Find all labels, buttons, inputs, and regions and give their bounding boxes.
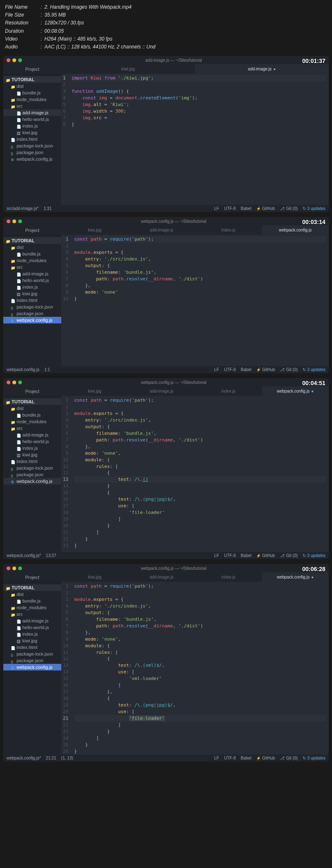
status-path[interactable]: webpack.config.js*	[7, 756, 41, 760]
tree-file[interactable]: hello-world.js	[3, 277, 61, 284]
status-github[interactable]: GitHub	[256, 206, 275, 211]
tree-file[interactable]: kiwi.jpg	[3, 290, 61, 297]
titlebar[interactable]: add-image.js — ~/Sites/tutorial	[3, 56, 329, 64]
status-encoding[interactable]: UTF-8	[224, 553, 236, 558]
traffic-lights[interactable]	[7, 381, 22, 384]
file-tree[interactable]: TUTORIAL dist bundle.js node_modules src…	[3, 397, 61, 552]
code-editor[interactable]: 1234567891011121314151617181920212223242…	[61, 582, 329, 755]
status-updates[interactable]: ↻ 3 updates	[303, 756, 325, 760]
tab-index[interactable]: index.js	[195, 386, 262, 396]
tree-file[interactable]: index.js	[3, 284, 61, 290]
tree-file[interactable]: index.html	[3, 644, 61, 651]
status-encoding[interactable]: UTF-8	[224, 367, 236, 372]
tab-webpack[interactable]: webpack.config.js	[262, 225, 329, 235]
tree-folder[interactable]: node_modules	[3, 418, 61, 425]
status-selection[interactable]: (1, 13)	[61, 756, 73, 760]
status-lf[interactable]: LF	[214, 553, 219, 558]
project-sidebar[interactable]: Project TUTORIAL dist bundle.js node_mod…	[3, 64, 61, 205]
maximize-icon[interactable]	[18, 58, 22, 62]
tab-webpack[interactable]: webpack.config.js●	[262, 572, 329, 582]
traffic-lights[interactable]	[7, 567, 22, 570]
tab-index[interactable]: index.js	[195, 225, 262, 235]
status-github[interactable]: GitHub	[256, 367, 275, 372]
tree-file[interactable]: kiwi.jpg	[3, 451, 61, 458]
maximize-icon[interactable]	[18, 567, 22, 570]
status-git[interactable]: ⎇ Git (0)	[280, 553, 298, 558]
editor-tabs[interactable]: kiwi.jpg add-image.js index.js webpack.c…	[61, 572, 329, 582]
tree-file[interactable]: bundle.js	[3, 89, 61, 96]
tree-folder[interactable]: node_modules	[3, 604, 61, 611]
status-encoding[interactable]: UTF-8	[224, 756, 236, 760]
tree-file-selected[interactable]: webpack.config.js	[3, 317, 61, 323]
status-position[interactable]: 1:31	[43, 206, 51, 211]
status-updates[interactable]: ↻ 3 updates	[303, 553, 325, 558]
tree-root[interactable]: TUTORIAL	[3, 584, 61, 591]
minimize-icon[interactable]	[12, 381, 16, 384]
status-bar[interactable]: src/add-image.js* 1:31 LF UTF-8 Babel Gi…	[3, 205, 329, 212]
project-sidebar[interactable]: Project TUTORIAL dist bundle.js node_mod…	[3, 225, 61, 366]
tab-webpack[interactable]: webpack.config.js●	[262, 386, 329, 396]
tree-file[interactable]: package-lock.json	[3, 465, 61, 471]
tree-file[interactable]: bundle.js	[3, 412, 61, 418]
status-position[interactable]: 13:27	[46, 553, 56, 558]
tree-folder[interactable]: src	[3, 103, 61, 109]
status-bar[interactable]: webpack.config.js* 13:27 LF UTF-8 Babel …	[3, 552, 329, 559]
tree-root[interactable]: TUTORIAL	[3, 76, 61, 83]
tree-folder[interactable]: dist	[3, 405, 61, 412]
titlebar[interactable]: webpack.config.js — ~/Sites/tutorial	[3, 217, 329, 225]
tab-add-image[interactable]: add-image.js	[128, 225, 195, 235]
minimize-icon[interactable]	[12, 219, 16, 223]
status-updates[interactable]: ↻ 3 updates	[303, 367, 325, 372]
status-encoding[interactable]: UTF-8	[224, 206, 236, 211]
status-bar[interactable]: webpack.config.js* 21:21 (1, 13) LF UTF-…	[3, 755, 329, 762]
code-editor[interactable]: 12345678910 const path = require('path')…	[61, 235, 329, 366]
tree-file[interactable]: add-image.js	[3, 617, 61, 624]
tree-file[interactable]: bundle.js	[3, 251, 61, 257]
tree-file[interactable]: package.json	[3, 657, 61, 664]
code-content[interactable]: import Kiwi from './kiwi.jpg'; function …	[69, 74, 329, 205]
titlebar[interactable]: webpack.config.js — ~/Sites/tutorial	[3, 564, 329, 572]
tree-file[interactable]: add-image.js	[3, 270, 61, 277]
code-content[interactable]: const path = require('path'); module.exp…	[72, 582, 329, 755]
status-lf[interactable]: LF	[214, 367, 219, 372]
close-icon[interactable]	[7, 567, 10, 570]
file-tree[interactable]: TUTORIAL dist bundle.js node_modules src…	[3, 583, 61, 755]
tree-root[interactable]: TUTORIAL	[3, 237, 61, 244]
tree-file[interactable]: webpack.config.js	[3, 156, 61, 162]
tree-file-selected[interactable]: webpack.config.js	[3, 664, 61, 670]
tree-file[interactable]: bundle.js	[3, 598, 61, 604]
project-sidebar[interactable]: Project TUTORIAL dist bundle.js node_mod…	[3, 386, 61, 552]
code-content[interactable]: const path = require('path'); module.exp…	[72, 235, 329, 366]
tree-folder[interactable]: src	[3, 425, 61, 432]
close-icon[interactable]	[7, 219, 10, 223]
tree-folder[interactable]: src	[3, 611, 61, 617]
status-lf[interactable]: LF	[214, 206, 219, 211]
titlebar[interactable]: webpack.config.js — ~/Sites/tutorial	[3, 378, 329, 386]
tree-file[interactable]: package.json	[3, 149, 61, 156]
editor-tabs[interactable]: kiwi.jpg add-image.js index.js webpack.c…	[61, 225, 329, 235]
status-position[interactable]: 21:21	[46, 756, 56, 760]
status-language[interactable]: Babel	[241, 756, 252, 760]
close-icon[interactable]	[7, 381, 10, 384]
tree-file[interactable]: kiwi.jpg	[3, 637, 61, 644]
status-lf[interactable]: LF	[214, 756, 219, 760]
file-tree[interactable]: TUTORIAL dist bundle.js node_modules src…	[3, 75, 61, 205]
status-git[interactable]: ⎇ Git (0)	[280, 756, 298, 760]
status-bar[interactable]: webpack.config.js 1:1 LF UTF-8 Babel Git…	[3, 366, 329, 373]
status-updates[interactable]: ↻ 3 updates	[303, 206, 325, 211]
tree-file[interactable]: package-lock.json	[3, 651, 61, 657]
code-editor[interactable]: 12345678 import Kiwi from './kiwi.jpg'; …	[61, 74, 329, 205]
status-git[interactable]: ⎇ Git (0)	[280, 206, 298, 211]
status-language[interactable]: Babel	[241, 553, 252, 558]
tree-file[interactable]: index.html	[3, 136, 61, 142]
tab-add-image[interactable]: add-image.js	[128, 386, 195, 396]
editor-tabs[interactable]: kiwi.jpg add-image.js index.js webpack.c…	[61, 386, 329, 396]
tree-file[interactable]: hello-world.js	[3, 624, 61, 631]
status-position[interactable]: 1:1	[44, 367, 50, 372]
tree-file[interactable]: index.js	[3, 445, 61, 451]
tree-file[interactable]: package-lock.json	[3, 142, 61, 149]
tree-folder[interactable]: node_modules	[3, 96, 61, 103]
status-path[interactable]: src/add-image.js*	[7, 206, 38, 211]
tab-kiwi[interactable]: kiwi.jpg	[61, 225, 128, 235]
tree-file[interactable]: index.js	[3, 123, 61, 129]
